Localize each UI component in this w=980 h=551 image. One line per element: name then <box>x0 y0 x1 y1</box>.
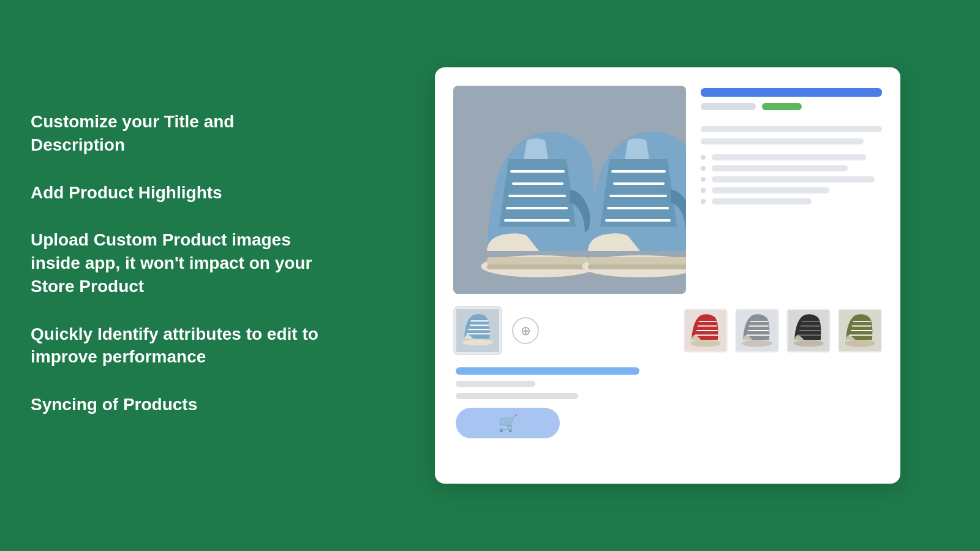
bullet-dot-2 <box>701 166 706 171</box>
variant-red-svg <box>685 310 726 351</box>
feature-4: Quickly Identify attributes to edit to i… <box>31 323 325 369</box>
bullet-dot-5 <box>701 199 706 204</box>
title-bar <box>701 88 882 97</box>
bullet-3 <box>701 176 882 182</box>
svg-point-36 <box>793 340 823 347</box>
bullet-1 <box>701 154 882 160</box>
stock-bar <box>456 393 578 399</box>
thumb-main[interactable] <box>453 306 502 355</box>
zoom-button[interactable]: ⊕ <box>512 317 539 344</box>
cart-icon: 🛒 <box>498 414 518 433</box>
feature-3: Upload Custom Product images inside app,… <box>31 228 325 298</box>
rating-bar <box>701 103 756 110</box>
feature-5: Syncing of Products <box>31 393 325 416</box>
variant-olive[interactable] <box>838 309 882 353</box>
bullet-bar-3 <box>712 176 875 182</box>
bullet-list <box>701 154 882 204</box>
feature-2: Add Product Highlights <box>31 181 325 204</box>
buy-button[interactable]: 🛒 <box>456 408 560 438</box>
bullet-dot-3 <box>701 177 706 182</box>
product-top <box>453 86 882 294</box>
variant-black[interactable] <box>786 309 831 353</box>
left-panel: Customize your Title and Description Add… <box>0 73 355 478</box>
svg-rect-7 <box>487 257 588 264</box>
variant-gray[interactable] <box>735 309 779 353</box>
sneaker-svg <box>453 86 686 294</box>
thumb-blue-shoe <box>456 309 499 352</box>
feature-1-title: Customize your Title and Description <box>31 110 325 157</box>
svg-point-42 <box>845 340 875 347</box>
svg-rect-8 <box>487 264 588 269</box>
svg-rect-16 <box>588 264 686 269</box>
variant-gray-svg <box>736 310 778 351</box>
bullet-dot-1 <box>701 155 706 160</box>
svg-point-18 <box>463 339 493 346</box>
bullet-bar-1 <box>712 154 866 160</box>
svg-rect-15 <box>588 257 686 264</box>
bullet-bar-2 <box>712 165 848 171</box>
zoom-icon: ⊕ <box>521 323 531 338</box>
badge-row <box>701 103 882 110</box>
bullet-bar-4 <box>712 187 829 193</box>
svg-point-30 <box>742 340 772 347</box>
bullet-5 <box>701 198 882 204</box>
variant-olive-svg <box>839 310 881 351</box>
bullet-2 <box>701 165 882 171</box>
feature-4-title: Quickly Identify attributes to edit to i… <box>31 323 325 369</box>
right-panel: ⊕ <box>355 49 980 502</box>
main-product-image <box>453 86 686 294</box>
thumbnails-row: ⊕ <box>453 306 882 355</box>
bullet-4 <box>701 187 882 193</box>
variant-thumbnails <box>684 309 882 353</box>
browser-card: ⊕ <box>435 67 900 484</box>
desc-bar-1 <box>701 126 882 132</box>
feature-2-title: Add Product Highlights <box>31 181 325 204</box>
feature-5-title: Syncing of Products <box>31 393 325 416</box>
sku-bar <box>456 381 535 387</box>
variant-black-svg <box>788 310 829 351</box>
feature-3-title: Upload Custom Product images inside app,… <box>31 228 325 298</box>
feature-1: Customize your Title and Description <box>31 110 325 157</box>
product-details <box>701 86 882 204</box>
product-bottom: 🛒 <box>453 367 882 438</box>
svg-point-24 <box>690 340 720 347</box>
variant-red[interactable] <box>684 309 728 353</box>
status-bar <box>762 103 802 110</box>
desc-bar-2 <box>701 138 864 144</box>
bullet-dot-4 <box>701 188 706 193</box>
bullet-bar-5 <box>712 198 812 204</box>
price-bar <box>456 367 639 375</box>
